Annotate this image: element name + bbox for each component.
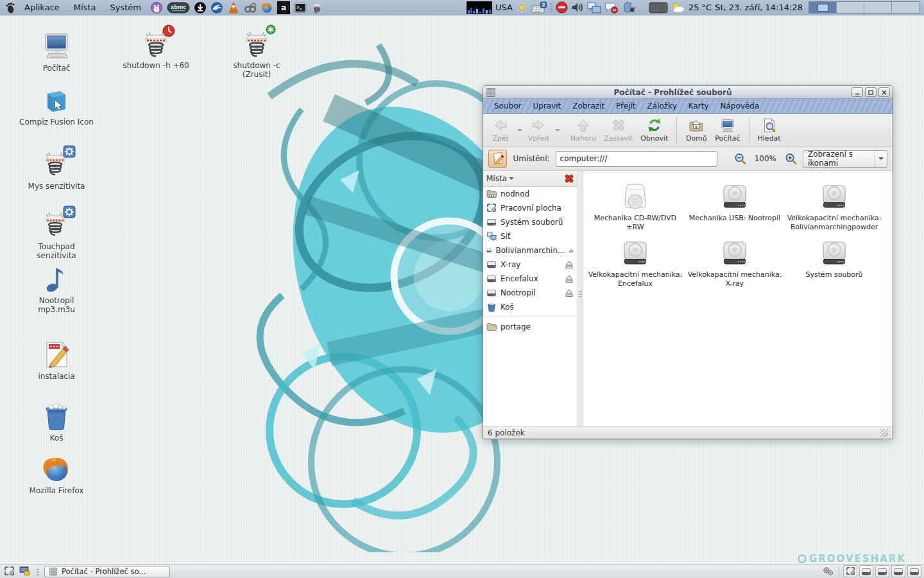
desktop-icon-instalacia[interactable]: instalacia	[19, 339, 94, 381]
mounted-drive-button-2[interactable]	[875, 565, 889, 577]
gear-cluster-icon[interactable]	[822, 566, 835, 577]
launcher-download[interactable]	[193, 1, 207, 15]
gnome-foot-icon[interactable]	[4, 1, 17, 14]
sidebar-item-system-souboru[interactable]: Systém souborů	[483, 215, 578, 229]
launcher-firefox[interactable]	[260, 1, 274, 15]
sidebar-item-nodnod[interactable]: nodnod	[483, 187, 578, 201]
weather-icon[interactable]	[671, 1, 685, 13]
resize-grip[interactable]	[880, 429, 888, 437]
zoom-out-icon[interactable]	[734, 152, 746, 165]
eject-icon[interactable]	[564, 288, 574, 298]
sidebar-item-pracovni-plocha[interactable]: Pracovní plocha	[483, 201, 578, 215]
power-plug-icon[interactable]	[622, 1, 636, 14]
sidebar-close-icon[interactable]	[564, 173, 574, 184]
sidebar-item-nootropil[interactable]: Nootropil	[483, 286, 578, 300]
tasklist-grip[interactable]	[37, 568, 39, 575]
file-item-encefalux[interactable]: Velkokapacitní mechanika: Encefalux	[585, 238, 686, 289]
workspace-3[interactable]	[864, 2, 892, 13]
eject-icon[interactable]	[564, 274, 574, 284]
taskbar-task-button[interactable]: Počítač - Prohlížeč so...	[44, 566, 170, 577]
launcher-vlc[interactable]	[227, 1, 241, 15]
sidebar-item-bolivianmarching[interactable]: Bolivianmarchin...	[483, 243, 578, 258]
forward-history-dropdown[interactable]	[553, 115, 561, 145]
up-button[interactable]: Nahoru	[567, 115, 600, 145]
menu-karty[interactable]: Karty	[683, 101, 715, 110]
desktop-icon-touchpad-senzitivita[interactable]: Touchpad senzitivita	[19, 207, 94, 261]
eject-icon[interactable]	[569, 245, 574, 256]
sidebar-item-sit[interactable]: Síť	[483, 229, 578, 243]
menu-zalozky[interactable]: Záložky	[642, 101, 683, 110]
location-input[interactable]	[556, 151, 718, 167]
mounted-drive-button-3[interactable]	[891, 565, 905, 577]
file-item-xray[interactable]: Velkokapacitní mechanika: X-ray	[684, 238, 785, 289]
menu-mista[interactable]: Místa	[67, 0, 103, 15]
sidebar-item-encefalux[interactable]: Encefalux	[483, 272, 578, 286]
zoom-in-icon[interactable]	[785, 152, 797, 165]
menu-soubor[interactable]: Soubor	[488, 101, 527, 110]
mounted-pager-button[interactable]	[843, 565, 857, 577]
desktop-icon-kos[interactable]: Koš	[19, 401, 94, 442]
launcher-terminal[interactable]	[293, 1, 307, 15]
sidebar-header[interactable]: Místa	[483, 171, 578, 187]
workspace-2[interactable]	[837, 2, 864, 13]
back-button[interactable]: Zpět	[486, 115, 515, 145]
file-item-bolivianmarchingpowder[interactable]: Velkokapacitní mechanika: Bolivianmarchi…	[783, 181, 885, 232]
menu-system[interactable]: Systém	[103, 0, 147, 15]
titlebar[interactable]: Počítač - Prohlížeč souborů	[483, 86, 893, 99]
applet-grip[interactable]	[550, 3, 552, 12]
location-edit-toggle[interactable]	[488, 150, 507, 168]
desktop-icon-compiz[interactable]: Compiz Fusion Icon	[19, 85, 94, 127]
sidebar-item-xray[interactable]: X-ray	[483, 258, 578, 272]
workspace-switcher[interactable]	[809, 1, 920, 13]
refresh-button[interactable]: Obnovit	[637, 115, 672, 145]
home-button[interactable]: Domů	[681, 115, 711, 145]
menu-napoveda[interactable]: Nápověda	[715, 101, 766, 110]
launcher-seamonkey[interactable]	[210, 1, 224, 15]
keyboard-indicator-icon[interactable]: 2	[531, 1, 547, 14]
mounted-drive-button-4[interactable]	[907, 565, 921, 577]
file-view[interactable]: Mechanika CD-RW/DVD ±RW Mechanika USB: N…	[583, 171, 893, 426]
chat-blocked-icon[interactable]	[604, 1, 619, 14]
desktop-icon-firefox[interactable]: Mozilla Firefox	[19, 453, 94, 495]
network-monitors-icon[interactable]	[587, 1, 601, 14]
maximize-button[interactable]	[865, 87, 877, 97]
workspace-4[interactable]	[892, 2, 920, 13]
workspace-1[interactable]	[809, 2, 837, 13]
file-item-cdrw-dvd[interactable]: Mechanika CD-RW/DVD ±RW	[585, 181, 686, 232]
menu-zobrazit[interactable]: Zobrazit	[567, 101, 610, 110]
brightness-icon[interactable]	[516, 1, 528, 13]
desktop-icon-mys-senzitivita[interactable]: Mys senzitivita	[19, 146, 94, 191]
launcher-pidgin[interactable]	[150, 1, 164, 15]
computer-button[interactable]: Počítač	[711, 115, 744, 145]
no-entry-icon[interactable]	[556, 1, 568, 13]
view-mode-select[interactable]: Zobrazení s ikonami	[803, 150, 887, 168]
eject-icon[interactable]	[564, 259, 574, 270]
menu-aplikace[interactable]: Aplikace	[18, 0, 66, 15]
desktop-icon-shutdown-h[interactable]: shutdown -h +60	[119, 28, 193, 70]
system-monitor-applet[interactable]	[466, 1, 492, 14]
menu-prejit[interactable]: Přejít	[610, 101, 641, 110]
show-desktop-button[interactable]	[3, 566, 15, 577]
launcher-search-tool[interactable]	[243, 1, 257, 15]
forward-button[interactable]: Vpřed	[524, 115, 553, 145]
launcher-amarok[interactable]: a	[277, 1, 291, 15]
lock-screen-button[interactable]	[19, 566, 31, 577]
stop-button[interactable]: Zastavit	[600, 115, 637, 145]
file-item-system-souboru[interactable]: Systém souborů	[783, 238, 885, 279]
pane-splitter[interactable]	[578, 171, 583, 426]
back-history-dropdown[interactable]	[515, 115, 524, 145]
mounted-drive-button-1[interactable]	[859, 565, 873, 577]
minimize-button[interactable]	[851, 87, 863, 97]
close-button[interactable]	[878, 87, 890, 97]
desktop-icon-shutdown-c[interactable]: shutdown -c (Zrusit)	[219, 28, 294, 80]
launcher-spring[interactable]	[310, 1, 324, 15]
sidebar-item-kos[interactable]: Koš	[483, 300, 578, 314]
sidebar-item-portage[interactable]: portage	[483, 320, 578, 334]
search-button[interactable]: Hledat	[754, 115, 785, 145]
launcher-xbmc[interactable]: xbmc	[166, 1, 191, 15]
desktop-icon-nootropil-m3u[interactable]: Nootropil mp3.m3u	[19, 263, 94, 315]
menu-upravit[interactable]: Upravit	[527, 101, 567, 110]
clock-label[interactable]: St, 23. září, 14:14:28	[715, 3, 803, 12]
volume-icon[interactable]	[571, 1, 584, 13]
desktop-icon-pocitac[interactable]: Počítač	[19, 31, 94, 73]
